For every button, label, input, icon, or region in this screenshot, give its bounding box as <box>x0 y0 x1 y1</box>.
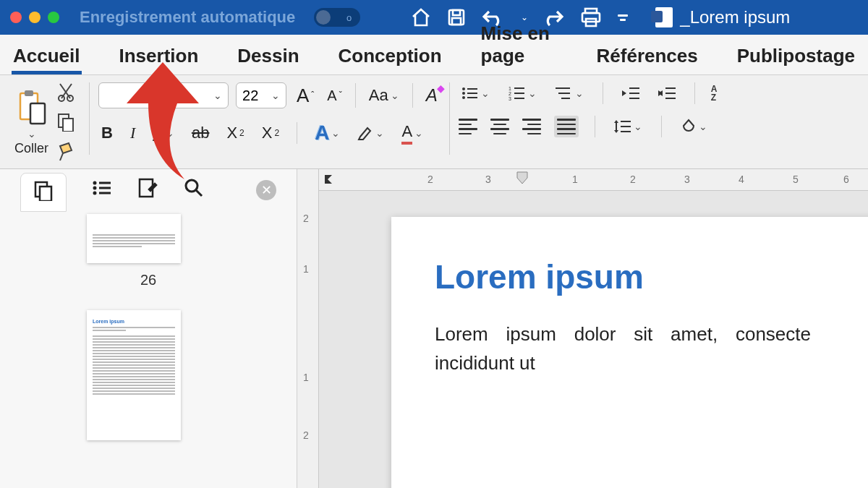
align-center-button[interactable] <box>490 119 509 134</box>
autosave-label: Enregistrement automatique <box>80 8 295 27</box>
list-icon <box>93 180 111 196</box>
home-icon[interactable] <box>411 8 431 27</box>
clear-formatting-icon[interactable]: A◆ <box>423 84 441 107</box>
separator <box>355 83 356 108</box>
text-effects-button[interactable]: A⌄ <box>312 120 343 146</box>
pages-icon <box>34 181 53 201</box>
decrease-font-icon[interactable]: Aˇ <box>324 86 344 106</box>
change-case-label: Aa <box>369 86 388 105</box>
sidebar-tabs: ✕ <box>0 169 297 211</box>
svg-rect-38 <box>40 187 51 201</box>
increase-font-icon[interactable]: Aˆ <box>294 83 317 108</box>
thumbnails-list[interactable]: 26 Lorem ipsum <box>0 211 297 488</box>
horizontal-ruler[interactable]: 2 3 1 2 3 4 5 6 7 <box>319 169 868 191</box>
svg-rect-42 <box>99 187 111 189</box>
hruler-mark: 1 <box>572 174 578 185</box>
maximize-window-button[interactable] <box>48 12 59 23</box>
svg-point-17 <box>462 96 465 99</box>
svg-rect-1 <box>453 10 460 15</box>
align-right-button[interactable] <box>522 119 541 134</box>
workspace: ✕ 26 Lorem ipsum 2 1 1 2 2 3 1 <box>0 169 868 488</box>
sub-2: 2 <box>239 128 244 138</box>
thumbnail-page-26[interactable] <box>87 214 181 263</box>
document-title[interactable]: _Lorem ipsum <box>655 7 790 27</box>
close-pane-button[interactable]: ✕ <box>256 180 276 200</box>
customize-toolbar-icon[interactable] <box>618 14 628 21</box>
multilevel-icon <box>556 86 573 100</box>
line-spacing-button[interactable]: ⌄ <box>611 117 645 136</box>
strikethrough-button[interactable]: ab <box>189 122 212 144</box>
italic-button[interactable]: I <box>127 122 138 144</box>
headings-tab[interactable] <box>93 180 111 200</box>
bold-button[interactable]: B <box>98 122 116 144</box>
indent-marker-icon[interactable] <box>516 171 529 185</box>
navigation-pane: ✕ 26 Lorem ipsum <box>0 169 297 488</box>
separator <box>412 83 413 108</box>
ribbon-tabs: Accueil Insertion Dessin Conception Mise… <box>0 35 868 75</box>
svg-rect-28 <box>629 87 639 89</box>
thumbnail-number: 26 <box>87 272 210 288</box>
format-painter-icon[interactable] <box>57 142 76 162</box>
search-icon <box>184 178 204 198</box>
sort-button[interactable]: AZ <box>711 85 718 102</box>
decrease-indent-button[interactable] <box>619 85 642 102</box>
shading-icon <box>681 119 697 134</box>
svg-rect-4 <box>582 13 600 22</box>
page-canvas[interactable]: Lorem ipsum Lorem ipsum dolor sit amet, … <box>319 191 868 488</box>
tab-conception[interactable]: Conception <box>337 36 443 74</box>
tab-references[interactable]: Références <box>595 36 699 74</box>
font-color-button[interactable]: A⌄ <box>399 121 426 146</box>
separator <box>661 116 662 137</box>
paste-button[interactable]: ⌄ Coller <box>14 89 48 156</box>
save-icon[interactable] <box>447 8 466 27</box>
thumbnail-page-27[interactable]: Lorem ipsum <box>87 310 181 440</box>
copy-icon[interactable] <box>57 113 75 132</box>
svg-point-39 <box>93 181 97 185</box>
highlight-button[interactable]: ⌄ <box>354 124 387 142</box>
numbering-button[interactable]: 123⌄ <box>506 85 540 102</box>
shading-button[interactable]: ⌄ <box>678 117 710 136</box>
tab-accueil[interactable]: Accueil <box>12 36 82 74</box>
tab-selector-icon[interactable] <box>323 174 333 185</box>
bullets-button[interactable]: ⌄ <box>459 85 493 102</box>
increase-indent-button[interactable] <box>655 85 678 102</box>
document-heading[interactable]: Lorem ipsum <box>435 257 868 296</box>
close-window-button[interactable] <box>10 12 22 23</box>
font-size-select[interactable]: 22⌄ <box>236 82 286 108</box>
font-family-select[interactable]: ⌄ <box>98 82 229 108</box>
cut-icon[interactable] <box>57 82 75 103</box>
svg-rect-22 <box>514 93 524 94</box>
document-page[interactable]: Lorem ipsum Lorem ipsum dolor sit amet, … <box>391 217 868 488</box>
vertical-ruler[interactable]: 2 1 1 2 <box>297 169 319 488</box>
separator <box>297 122 297 144</box>
filename-text: _Lorem ipsum <box>680 7 790 27</box>
autosave-toggle[interactable]: o <box>314 8 360 27</box>
thumbnails-tab[interactable] <box>20 173 67 212</box>
change-case-button[interactable]: Aa⌄ <box>366 85 402 106</box>
multilevel-list-button[interactable]: ⌄ <box>553 85 587 102</box>
svg-rect-2 <box>452 18 461 25</box>
minimize-window-button[interactable] <box>29 12 41 23</box>
svg-text:2: 2 <box>509 91 511 96</box>
separator <box>694 82 695 104</box>
align-left-button[interactable] <box>459 119 477 134</box>
subscript-button[interactable]: X2 <box>224 122 247 144</box>
tab-mise-en-page[interactable]: Mise en page <box>480 14 559 74</box>
svg-point-13 <box>462 87 465 90</box>
print-icon[interactable] <box>580 7 602 27</box>
bullets-icon <box>461 86 479 100</box>
tab-publipostage[interactable]: Publipostage <box>736 36 856 74</box>
search-tab[interactable] <box>184 178 204 202</box>
svg-rect-7 <box>25 90 33 96</box>
align-justify-button[interactable] <box>554 116 579 137</box>
review-tab[interactable] <box>137 178 158 202</box>
underline-button[interactable]: S⌄ <box>150 122 177 144</box>
svg-rect-27 <box>561 98 570 99</box>
superscript-button[interactable]: X2 <box>259 122 282 144</box>
tab-dessin[interactable]: Dessin <box>236 36 300 74</box>
tab-insertion[interactable]: Insertion <box>118 36 200 74</box>
svg-point-41 <box>93 187 97 190</box>
document-body-text[interactable]: Lorem ipsum dolor sit amet, consecte inc… <box>435 320 811 378</box>
svg-point-43 <box>93 192 97 195</box>
separator <box>449 82 450 155</box>
